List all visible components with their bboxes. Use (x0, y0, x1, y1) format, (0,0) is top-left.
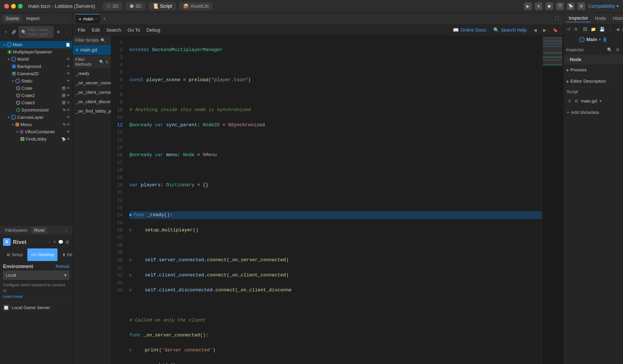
tab-scene[interactable]: Scene (3, 15, 21, 22)
inspector-node-dropdown[interactable]: ▾ (599, 37, 601, 42)
search-help-button[interactable]: 🔍 Search Help (491, 26, 529, 34)
refresh-icon[interactable]: ↺ (566, 26, 572, 33)
settings-button[interactable]: ⚙ (578, 2, 585, 10)
process-section: ▶ Process (564, 64, 623, 76)
rivet-setup-button[interactable]: ⚙ Setup (3, 248, 26, 261)
rivet-login-icon[interactable]: → (47, 239, 51, 245)
tree-node-findlobby[interactable]: 👤 FindLobby 📡 👁 (0, 135, 72, 143)
method-client-connected[interactable]: _on_client_connected (73, 87, 111, 97)
maximize-editor-button[interactable]: ⛶ (554, 16, 560, 22)
rivet-discord-icon[interactable]: 💬 (58, 239, 64, 245)
panel-menu-button[interactable]: ⋮ (63, 15, 69, 22)
tab-close-button[interactable]: × (95, 17, 97, 21)
online-docs-button[interactable]: 📖 Online Docs (451, 26, 488, 34)
filter-options-icon[interactable]: ⚙ (615, 46, 621, 53)
environment-select[interactable]: Local ▾ (3, 271, 69, 280)
mode-2d-button[interactable]: ⬡ 2D (103, 2, 122, 10)
menu-file[interactable]: File (76, 26, 87, 34)
inspector-more-icon[interactable]: ⋮ (607, 26, 613, 33)
method-server-connected[interactable]: _on_server_connec... (73, 78, 111, 87)
tree-node-crate3[interactable]: ○ Crate3 🎬 👁 (0, 99, 72, 106)
bottom-tabs: FileSystem Rivet ⋮ (0, 226, 72, 235)
bookmarks-button[interactable]: 🔖 (551, 27, 560, 34)
tab-filesystem[interactable]: FileSystem (2, 227, 30, 234)
script-settings-icon[interactable]: ⚙ (574, 98, 579, 105)
search-icon: 🔍 (21, 29, 26, 35)
code-editor[interactable]: 12345 678910 1112131415 1617181920 21222… (111, 36, 563, 364)
forward-button[interactable]: ▶ (541, 27, 548, 34)
inspector-icon-btn-main[interactable]: 🖼 (582, 26, 588, 33)
file-search-icon[interactable]: 🔍 (101, 38, 105, 43)
editor-description-header[interactable]: ▶ Editor Description (567, 77, 620, 85)
new-tab-button[interactable]: + (101, 15, 108, 22)
pause-button[interactable]: ⏸ (535, 2, 542, 10)
methods-sort-icon[interactable]: ⇅ (105, 60, 108, 64)
tree-node-vboxcontainer[interactable]: ▾ ▪ VBoxContainer 👁 (0, 128, 72, 135)
tree-node-camera2d[interactable]: 📷 Camera2D 👁 (0, 70, 72, 77)
link-node-button[interactable]: 🔗 (11, 29, 17, 35)
menu-debug[interactable]: Debug (145, 26, 162, 34)
learn-more-link[interactable]: Learn more (3, 294, 69, 300)
play-button[interactable]: ▶ (524, 2, 532, 10)
tab-node[interactable]: Node (592, 15, 609, 22)
compatibility-button[interactable]: Compatibility ▾ (588, 3, 619, 9)
add-node-button[interactable]: + (2, 29, 9, 35)
tree-node-crate[interactable]: ○ Crate 🎬 👁 (0, 85, 72, 92)
menu-edit[interactable]: Edit (90, 26, 101, 34)
assetlib-button[interactable]: 📦 AssetLib (179, 2, 212, 10)
scene-filter-button[interactable]: ⚙ (55, 29, 62, 35)
tab-import[interactable]: Import (23, 15, 42, 22)
menu-visibility-icon: 👁 (67, 123, 70, 127)
method-find-lobby[interactable]: _on_find_lobby_pre... (73, 106, 111, 116)
minimize-button[interactable] (11, 4, 16, 9)
reload-button[interactable]: Reload (56, 264, 69, 269)
maximize-button[interactable] (18, 4, 23, 9)
rivet-deploy-button[interactable]: ⬆ Deploy (59, 248, 72, 261)
tree-node-main[interactable]: ▾ ○ Main 📄 (0, 41, 72, 48)
tree-node-static[interactable]: ▾ ○ Static 👁 (0, 77, 72, 85)
method-ready[interactable]: _ready (73, 69, 111, 78)
inspector-settings-icon[interactable]: ⚙ (573, 26, 579, 33)
tab-history[interactable]: History (610, 15, 623, 22)
inspector-forward-icon[interactable]: ▶ (622, 26, 623, 33)
rivet-develop-button[interactable]: </> Develop (27, 248, 57, 261)
methods-search-icon[interactable]: 🔍 (99, 60, 104, 64)
inspector-save-icon[interactable]: 💾 (599, 26, 606, 33)
bottom-panel-options[interactable]: ⋮ (63, 227, 70, 234)
close-button[interactable] (4, 4, 9, 9)
back-button[interactable]: ◀ (532, 27, 538, 34)
menu-goto[interactable]: Go To (126, 26, 142, 34)
inspector-folder-icon[interactable]: 📁 (590, 26, 597, 33)
add-metadata-button[interactable]: + Add Metadata (564, 108, 623, 117)
remote-button[interactable]: 📡 (567, 2, 575, 10)
stop-button[interactable]: ⏹ (545, 2, 553, 10)
tree-node-world[interactable]: ▾ ○ World 👁 (0, 56, 72, 63)
menu-pct-icon: % (63, 123, 66, 127)
filter-search-icon[interactable]: 🔍 (606, 46, 613, 53)
tree-node-multiplayerspawner[interactable]: ● MultiplayerSpawner (0, 48, 72, 56)
method-client-disconnected[interactable]: _on_client_disconn... (73, 97, 111, 106)
tree-node-crate2[interactable]: ○ Crate2 🎬 👁 (0, 92, 72, 99)
tree-node-menu[interactable]: ▾ ▪ Menu % 👁 (0, 121, 72, 128)
menu-search[interactable]: Search (105, 26, 123, 34)
script-reload-icon[interactable]: ↺ (567, 98, 572, 105)
inspector-back-icon[interactable]: ◀ (615, 26, 620, 33)
mode-3d-button[interactable]: ⬢ 3D (126, 2, 145, 10)
movie-button[interactable]: 🎬 (556, 2, 564, 10)
tree-node-canvaslayer[interactable]: ▾ ○ CanvasLayer 👁 (0, 114, 72, 121)
tree-node-background[interactable]: ▪ Background 👁 (0, 63, 72, 70)
rivet-grid-icon[interactable]: ⊞ (66, 239, 69, 245)
script-dropdown-icon[interactable]: ▾ (599, 98, 602, 105)
scene-search-box[interactable]: 🔍 Filter: name, t:type, g:gro (19, 26, 53, 38)
tree-node-synchronized[interactable]: ○ Synchronized % 👁 (0, 106, 72, 114)
script-tab-main[interactable]: ● main × (76, 14, 100, 23)
3d-icon: ⬢ (130, 3, 134, 9)
rivet-list-icon[interactable]: ≡ (53, 239, 56, 245)
tab-inspector[interactable]: Inspector (566, 15, 591, 22)
tab-rivet[interactable]: Rivet (32, 227, 47, 234)
chevron-down-icon: ▾ (64, 273, 67, 278)
script-button[interactable]: 📜 Script (149, 2, 176, 10)
process-section-header[interactable]: ▶ Process (567, 66, 620, 74)
file-item-main-gd[interactable]: ⚙ main.gd (73, 45, 111, 55)
scene-options-button[interactable]: ⋮ (63, 29, 70, 35)
